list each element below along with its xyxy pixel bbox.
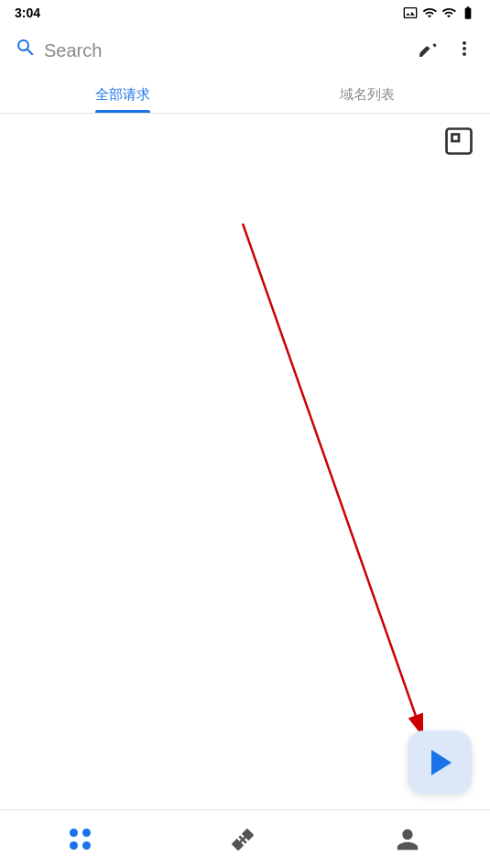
status-icons xyxy=(403,5,475,20)
status-bar: 3:04 xyxy=(0,0,490,26)
battery-icon xyxy=(461,5,475,20)
nav-item-profile[interactable] xyxy=(376,819,439,860)
status-time: 3:04 xyxy=(15,5,40,20)
person-icon xyxy=(395,827,420,852)
nav-item-settings[interactable] xyxy=(212,819,274,860)
main-content xyxy=(0,114,490,755)
svg-rect-1 xyxy=(452,135,460,142)
svg-line-3 xyxy=(243,224,423,737)
more-icon[interactable] xyxy=(453,38,475,63)
bottom-nav xyxy=(0,809,490,868)
wifi-icon xyxy=(422,5,437,20)
photo-icon xyxy=(403,5,418,20)
play-icon xyxy=(431,750,452,775)
search-icon xyxy=(15,37,37,64)
wrench-icon xyxy=(230,827,256,852)
search-placeholder: Search xyxy=(44,40,102,61)
search-actions xyxy=(417,37,475,64)
fab-play-button[interactable] xyxy=(408,731,472,795)
annotation-arrow xyxy=(0,114,490,755)
view-toggle-icon[interactable] xyxy=(442,125,475,161)
signal-icon xyxy=(441,5,456,20)
search-left: Search xyxy=(15,37,409,64)
clear-icon[interactable] xyxy=(417,37,439,64)
nav-item-nodes[interactable] xyxy=(51,821,109,857)
tab-all-requests[interactable]: 全部请求 xyxy=(0,75,245,113)
tabs: 全部请求 域名列表 xyxy=(0,75,490,114)
tab-domain-list[interactable]: 域名列表 xyxy=(245,75,491,113)
nodes-icon xyxy=(70,829,91,850)
search-bar[interactable]: Search xyxy=(0,26,490,75)
